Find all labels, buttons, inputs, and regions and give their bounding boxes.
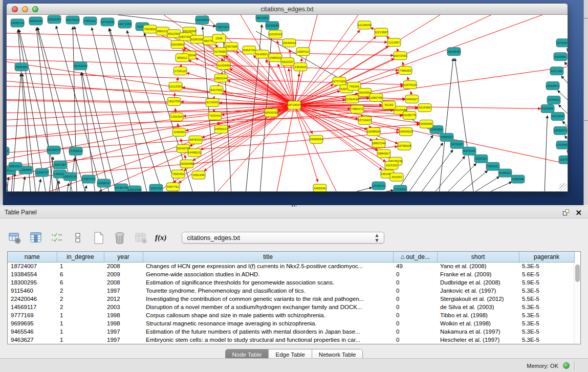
graph-node[interactable]: 16033809 <box>195 16 209 24</box>
graph-node[interactable]: 6679197 <box>450 140 464 148</box>
close-panel-icon[interactable]: ✕ <box>575 208 582 217</box>
column-header[interactable]: name <box>8 252 57 262</box>
graph-node[interactable]: 9242848 <box>217 61 230 70</box>
graph-node[interactable]: 9457791 <box>166 183 180 191</box>
graph-node[interactable]: 16782759 <box>115 184 128 191</box>
table-row[interactable]: 1938455462009Genome-wide association stu… <box>8 270 574 278</box>
graph-node[interactable]: 19384554 <box>310 135 323 143</box>
graph-node[interactable]: 20691406 <box>29 17 43 25</box>
graph-node[interactable]: 8813054 <box>256 15 269 22</box>
window-resize-grip[interactable] <box>559 183 567 190</box>
graph-node[interactable]: 1362615 <box>294 63 307 71</box>
graph-node[interactable]: 8454749 <box>243 46 256 54</box>
graph-node[interactable]: 10653287 <box>48 15 61 24</box>
graph-node[interactable]: 7832621 <box>486 162 499 170</box>
graph-node[interactable]: 9777169 <box>333 77 346 85</box>
graph-node[interactable]: 9884067 <box>377 149 390 158</box>
graph-node[interactable]: 2935114 <box>474 155 488 163</box>
graph-node[interactable]: 1080748 <box>369 94 383 102</box>
collapsed-left-panel-strip[interactable] <box>0 0 3 205</box>
table-row[interactable]: 946362711997Embryonic stem cells: a mode… <box>8 336 574 344</box>
graph-node[interactable]: 14055714 <box>11 19 25 27</box>
graph-node[interactable]: 10688609 <box>367 127 381 136</box>
graph-node[interactable]: 8427552 <box>210 86 223 94</box>
graph-node[interactable]: 7663822 <box>143 25 157 33</box>
graph-node[interactable]: 16671355 <box>118 20 132 28</box>
graph-node[interactable]: 9227341 <box>550 67 563 75</box>
graph-node[interactable]: 12923446 <box>128 186 142 191</box>
graph-node[interactable]: 9245012 <box>498 169 512 177</box>
graph-node[interactable]: 8958923 <box>440 133 453 141</box>
graph-node[interactable]: 9463627 <box>405 95 419 103</box>
column-header[interactable]: title <box>143 252 393 262</box>
graph-node[interactable]: 16210643 <box>551 112 565 120</box>
citation-network-graph[interactable]: 1872400714055714206914061065328715276022… <box>7 15 568 191</box>
graph-node[interactable]: 9474444 <box>463 147 476 155</box>
graph-node[interactable]: 12213363 <box>169 82 183 91</box>
graph-node[interactable]: 12213987 <box>375 28 388 36</box>
graph-node[interactable]: 8115955 <box>541 104 554 113</box>
graph-node[interactable]: 9175685 <box>213 48 227 56</box>
graph-node[interactable]: 1588520 <box>269 54 282 62</box>
graph-node[interactable]: 16958167 <box>97 179 111 187</box>
graph-node[interactable]: 15276022 <box>66 16 80 24</box>
column-header[interactable]: short <box>437 252 519 262</box>
graph-node[interactable]: 1691446 <box>192 171 205 179</box>
graph-node[interactable]: 15720407 <box>358 116 372 124</box>
table-row[interactable]: 2242004622012Investigating the contribut… <box>8 295 574 303</box>
network-canvas[interactable]: 1872400714055714206914061065328715276022… <box>7 15 568 191</box>
graph-node[interactable]: 19218986 <box>266 21 279 30</box>
graph-node[interactable]: 12093872 <box>546 82 560 90</box>
graph-node[interactable]: 12125439 <box>358 21 372 29</box>
graph-node[interactable]: 12975115 <box>403 81 417 89</box>
graph-node[interactable]: 1167533 <box>559 156 568 164</box>
graph-node[interactable]: 6822037 <box>281 58 294 66</box>
graph-node[interactable]: 13505135 <box>63 172 77 181</box>
graph-node[interactable]: 10973493 <box>394 52 407 60</box>
table-row[interactable]: 977716911998Corpus callosum shape and si… <box>8 311 574 319</box>
window-titlebar[interactable]: citations_edges.txt <box>7 4 568 15</box>
graph-node[interactable]: 8912954 <box>167 30 181 38</box>
table-row[interactable]: 911546021997Tourette syndrome. Phenomeno… <box>8 287 574 295</box>
graph-node[interactable]: 18300295 <box>265 108 278 117</box>
graph-node[interactable]: 1810755 <box>167 98 181 106</box>
graph-node[interactable]: 252254 <box>390 173 403 181</box>
show-columns-icon[interactable] <box>29 231 42 245</box>
graph-node[interactable]: 6466161 <box>83 17 97 25</box>
graph-node[interactable]: 14569117 <box>214 125 228 133</box>
graph-node[interactable]: 9465546 <box>313 184 326 191</box>
graph-node[interactable]: 2526035 <box>7 147 9 155</box>
graph-node[interactable]: 17016504 <box>556 141 568 149</box>
graph-node[interactable]: 14136141 <box>372 182 386 190</box>
graph-node[interactable]: 1254394 <box>170 113 183 121</box>
graph-node[interactable]: 13992971 <box>554 126 568 135</box>
create-table-icon[interactable] <box>92 231 105 245</box>
graph-node[interactable]: 9397587 <box>54 161 67 169</box>
graph-node[interactable]: 16543862 <box>171 40 185 49</box>
graph-node[interactable]: 2605350 <box>15 63 28 71</box>
graph-node[interactable]: 1696410 <box>296 48 310 56</box>
scrollbar-thumb[interactable] <box>575 265 580 282</box>
collapsed-right-panel-strip[interactable] <box>583 0 588 205</box>
graph-node[interactable]: 7857224 <box>216 23 229 31</box>
graph-node[interactable]: 15751874 <box>556 39 568 47</box>
graph-node[interactable]: 5850514 <box>9 162 22 170</box>
table-selector-dropdown[interactable]: citations_edges.txt ▲▼ <box>182 232 384 244</box>
graph-node[interactable]: 989012 <box>176 54 189 62</box>
graph-node[interactable]: 2546 <box>212 34 226 42</box>
graph-node[interactable]: 1695305 <box>511 175 525 183</box>
graph-node[interactable]: 16640910 <box>282 39 296 47</box>
graph-node[interactable]: 12942757 <box>35 168 49 177</box>
graph-node[interactable]: 82160 <box>382 101 396 110</box>
graph-node[interactable]: 9170043 <box>206 99 219 107</box>
graph-node[interactable]: 5878333 <box>189 136 202 144</box>
table-row[interactable]: 1830029562008Estimation of significance … <box>8 278 574 287</box>
graph-node[interactable]: 18724007 <box>288 101 301 110</box>
graph-node[interactable]: 19756928 <box>398 142 411 150</box>
row-height-icon[interactable] <box>71 231 84 245</box>
select-columns-icon[interactable]: ✓✓ <box>50 231 63 245</box>
column-header[interactable]: in_degree <box>57 252 104 262</box>
graph-node[interactable]: 1196682 <box>172 128 186 136</box>
graph-node[interactable]: 9329966 <box>554 53 567 61</box>
float-panel-icon[interactable] <box>563 209 569 215</box>
